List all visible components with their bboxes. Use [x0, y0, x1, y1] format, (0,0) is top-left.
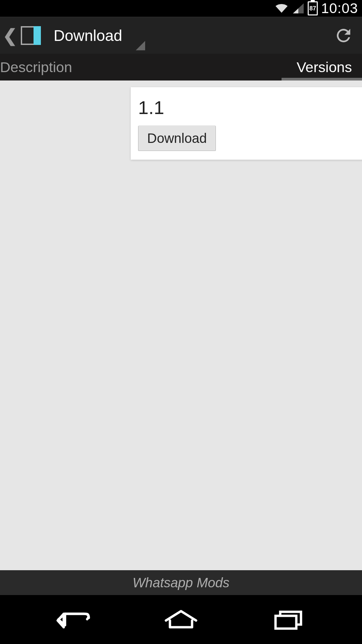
nav-recent-button[interactable]	[261, 604, 315, 635]
version-card: 1.1 Download	[131, 87, 362, 160]
action-bar-home[interactable]: ❮	[0, 17, 42, 54]
nav-home-button[interactable]	[154, 604, 208, 635]
svg-rect-0	[276, 616, 296, 629]
dropdown-indicator-icon[interactable]	[136, 41, 145, 50]
tab-active-indicator	[282, 78, 362, 80]
recent-apps-icon	[272, 608, 305, 631]
refresh-icon	[334, 25, 354, 46]
tab-description[interactable]: Description	[0, 59, 181, 75]
home-icon	[163, 608, 199, 631]
wifi-icon	[274, 3, 289, 14]
refresh-button[interactable]	[332, 24, 355, 47]
xposed-app-icon	[19, 25, 42, 46]
tab-versions[interactable]: Versions	[181, 59, 362, 75]
action-bar-title[interactable]: Download	[54, 26, 122, 45]
status-clock: 10:03	[321, 0, 358, 16]
module-title-footer: Whatsapp Mods	[0, 570, 362, 595]
battery-icon: 87	[308, 1, 318, 15]
navigation-bar	[0, 595, 362, 644]
version-number: 1.1	[138, 97, 362, 118]
back-chevron-icon: ❮	[0, 25, 19, 46]
nav-back-button[interactable]	[47, 604, 101, 635]
tab-bar: Description Versions	[0, 54, 362, 80]
content-area[interactable]: led the "audio voice" nificantly more th…	[0, 80, 362, 570]
status-bar: 87 10:03	[0, 0, 362, 17]
cell-signal-icon	[292, 3, 304, 14]
download-button[interactable]: Download	[138, 126, 216, 151]
action-bar: ❮ Download	[0, 17, 362, 54]
battery-percent: 87	[309, 5, 316, 11]
back-icon	[54, 608, 94, 631]
